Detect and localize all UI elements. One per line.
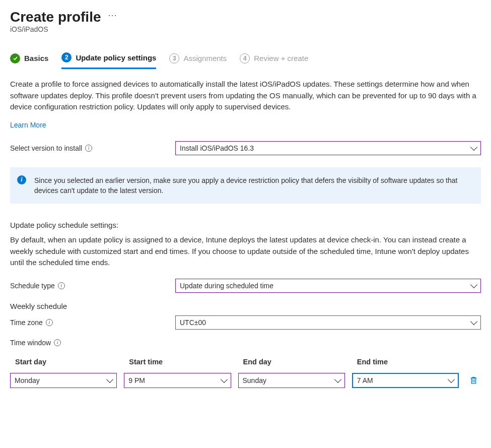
- time-window-label: Time window i: [10, 339, 481, 347]
- select-value: Update during scheduled time: [180, 282, 273, 290]
- select-value: Monday: [15, 376, 40, 385]
- step-number-icon: 3: [169, 53, 179, 63]
- col-header-start-time: Start time: [124, 358, 231, 373]
- tab-basics[interactable]: Basics: [10, 50, 48, 69]
- chevron-down-icon: [448, 376, 455, 383]
- label-text: Time window: [10, 339, 51, 347]
- page-subtitle: iOS/iPadOS: [10, 25, 481, 33]
- tab-label: Review + create: [254, 54, 308, 62]
- step-number-icon: 2: [61, 52, 72, 62]
- label-text: Select version to install: [10, 144, 82, 152]
- wizard-tabs: Basics 2 Update policy settings 3 Assign…: [10, 49, 481, 70]
- trash-icon: [469, 376, 478, 385]
- chevron-down-icon: [470, 318, 477, 325]
- end-time-dropdown[interactable]: 7 AM: [352, 373, 459, 388]
- tab-label: Update policy settings: [76, 53, 156, 62]
- select-value: UTC±00: [180, 318, 206, 327]
- label-text: Schedule type: [10, 282, 55, 290]
- select-value: 9 PM: [128, 376, 145, 385]
- delete-row-button[interactable]: [466, 373, 481, 388]
- timezone-row: Time zone i UTC±00: [10, 315, 481, 330]
- weekly-schedule-heading: Weekly schedule: [10, 302, 481, 310]
- info-icon[interactable]: i: [46, 319, 53, 326]
- tab-review-create[interactable]: 4 Review + create: [240, 50, 308, 69]
- start-time-dropdown[interactable]: 9 PM: [124, 373, 231, 388]
- timezone-label: Time zone i: [10, 318, 171, 327]
- info-icon[interactable]: i: [85, 145, 92, 152]
- tab-label: Basics: [24, 54, 48, 62]
- info-icon: i: [17, 175, 26, 184]
- chevron-down-icon: [470, 281, 477, 288]
- time-window-grid: Start day Start time End day End time Mo…: [10, 358, 481, 388]
- chevron-down-icon: [334, 376, 341, 383]
- info-banner: i Since you selected an earlier version,…: [10, 167, 481, 204]
- select-value: 7 AM: [357, 376, 373, 385]
- schedule-heading: Update policy schedule settings:: [10, 221, 481, 229]
- schedule-type-row: Schedule type i Update during scheduled …: [10, 279, 481, 293]
- col-header-end-time: End time: [352, 358, 459, 373]
- chevron-down-icon: [220, 376, 227, 383]
- more-actions-icon[interactable]: ···: [108, 10, 117, 21]
- page-description: Create a profile to force assigned devic…: [10, 79, 481, 113]
- schedule-type-dropdown[interactable]: Update during scheduled time: [175, 279, 481, 293]
- page-header: Create profile ···: [10, 9, 481, 25]
- learn-more-link[interactable]: Learn More: [10, 121, 46, 129]
- page-title: Create profile: [10, 9, 101, 25]
- col-header-start-day: Start day: [10, 358, 117, 373]
- chevron-down-icon: [106, 376, 113, 383]
- select-value: Install iOS/iPadOS 16.3: [180, 144, 254, 152]
- info-icon[interactable]: i: [54, 339, 61, 346]
- end-day-dropdown[interactable]: Sunday: [238, 373, 345, 388]
- timezone-dropdown[interactable]: UTC±00: [175, 315, 481, 330]
- info-icon[interactable]: i: [58, 282, 65, 289]
- label-text: Time zone: [10, 318, 43, 327]
- chevron-down-icon: [470, 143, 477, 150]
- col-header-end-day: End day: [238, 358, 345, 373]
- step-number-icon: 4: [240, 53, 250, 63]
- select-value: Sunday: [243, 376, 266, 385]
- select-version-row: Select version to install i Install iOS/…: [10, 141, 481, 155]
- tab-update-policy-settings[interactable]: 2 Update policy settings: [61, 49, 156, 69]
- select-version-dropdown[interactable]: Install iOS/iPadOS 16.3: [175, 141, 481, 155]
- checkmark-icon: [10, 53, 20, 63]
- select-version-label: Select version to install i: [10, 144, 171, 152]
- start-day-dropdown[interactable]: Monday: [10, 373, 117, 388]
- tab-label: Assignments: [183, 54, 227, 62]
- banner-text: Since you selected an earlier version, m…: [34, 176, 457, 195]
- schedule-description: By default, when an update policy is ass…: [10, 234, 481, 269]
- schedule-type-label: Schedule type i: [10, 282, 171, 290]
- tab-assignments[interactable]: 3 Assignments: [169, 50, 227, 69]
